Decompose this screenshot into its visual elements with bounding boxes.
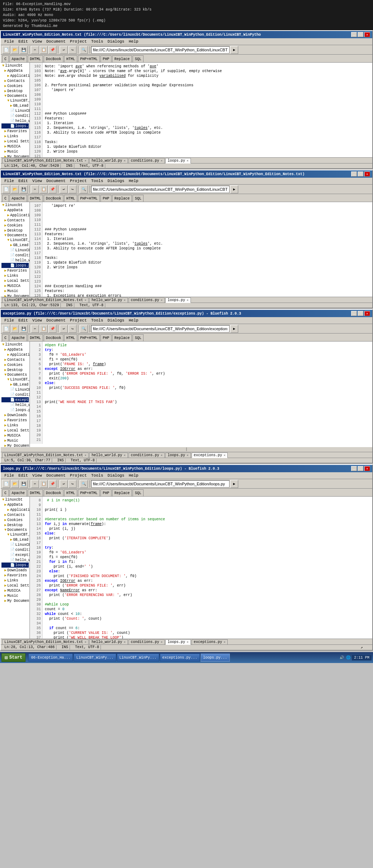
- tb-save-3[interactable]: 💾: [20, 325, 28, 333]
- tree-appdata-2[interactable]: ▶AppData: [1, 208, 29, 213]
- tab-c-4[interactable]: C: [2, 489, 9, 496]
- tb-cut-2[interactable]: ✂: [31, 185, 39, 193]
- tab-replace-3[interactable]: Replace: [112, 334, 132, 341]
- menu-tools-4[interactable]: Tools: [89, 473, 105, 478]
- maximize-btn-3[interactable]: □: [358, 311, 364, 316]
- tree-links-3[interactable]: ▶Links: [1, 423, 29, 428]
- tb-cut-4[interactable]: ✂: [31, 480, 39, 488]
- tab-docbook-3[interactable]: DocBook: [44, 334, 63, 341]
- menu-edit-2[interactable]: Edit: [16, 178, 30, 184]
- close-btn-3[interactable]: ✕: [364, 311, 370, 316]
- code-text-3[interactable]: #Open File try: f0 = 'GS_Leaders' f1 = o…: [43, 342, 167, 444]
- tb-find-4[interactable]: 🔍: [80, 480, 88, 488]
- tree-appdata-3[interactable]: ▶AppData: [1, 347, 29, 352]
- tree-mydocs-3[interactable]: ▶My Document...: [1, 443, 29, 447]
- tree-linuxcbt-3[interactable]: ▼linuxcbt: [1, 342, 29, 347]
- tb-go-3[interactable]: ▶: [230, 325, 238, 333]
- taskbar-item-2[interactable]: LinuxCBT_WinPy...: [74, 654, 116, 662]
- menu-view-4[interactable]: View: [30, 473, 44, 478]
- tree-linuxcbtv-4[interactable]: ▼LinuxCBT_V: [1, 532, 29, 537]
- tb-go-1[interactable]: ▶: [230, 46, 238, 54]
- tree-exceptio-3[interactable]: 📄exceptio: [1, 397, 29, 402]
- taskbar-item-4[interactable]: exceptions.py...: [160, 654, 200, 662]
- tree-favorites-4[interactable]: ▶Favorites: [1, 573, 29, 578]
- tree-contacts-1[interactable]: ▶Contacts: [1, 78, 29, 83]
- menu-view-3[interactable]: View: [30, 318, 44, 323]
- tab-dhtml-2[interactable]: DHTML: [28, 195, 43, 202]
- tb-redo-1[interactable]: ↪: [68, 46, 76, 54]
- tb-new-4[interactable]: 📄: [2, 480, 10, 488]
- tb-open-3[interactable]: 📂: [11, 325, 19, 333]
- filetab-notes-1[interactable]: LinuxCBT_WinPython_Edition_Notes.txt ✕: [2, 158, 89, 163]
- tree-documents-3[interactable]: ▼Documents: [1, 372, 29, 377]
- filetab-loops-2[interactable]: loops.py ✕: [165, 297, 191, 303]
- tree-mydocs-2[interactable]: ▶My Document...: [1, 293, 29, 297]
- tree-linuxcb-2[interactable]: 📄LinuxCB: [1, 248, 29, 253]
- tab-phphtml-3[interactable]: PHP+HTML: [78, 334, 100, 341]
- title-bar-4[interactable]: loops.py (file:///C:/Users/linuxcbt/Docu…: [1, 465, 372, 472]
- tree-downloads-4[interactable]: ▶Downloads: [1, 568, 29, 573]
- tree-conditio-3[interactable]: 📄condltio: [1, 392, 29, 397]
- menu-project-1[interactable]: Project: [68, 39, 89, 44]
- filetab-conditions-2[interactable]: conditions.py ✕: [129, 297, 165, 303]
- tab-sql-4[interactable]: SQL: [133, 489, 144, 496]
- taskbar-item-1[interactable]: 06-Exception_Ha...: [28, 654, 73, 662]
- minimize-btn-2[interactable]: _: [351, 171, 357, 177]
- tree-linuxcbtv-3[interactable]: ▼LinuxCBT_V: [1, 377, 29, 382]
- tree-linuxcbt-4[interactable]: ▼linuxcbt: [1, 497, 29, 502]
- tree-desktop-1[interactable]: ▶Desktop: [1, 88, 29, 94]
- code-text-4[interactable]: # i in range(1) print( i ) #Generates co…: [43, 497, 167, 639]
- tab-apache-4[interactable]: Apache: [9, 489, 27, 496]
- tree-desktop-3[interactable]: ▶Desktop: [1, 367, 29, 372]
- tab-phphtml-4[interactable]: PHP+HTML: [78, 489, 100, 496]
- tab-phphtml-1[interactable]: PHP+HTML: [78, 55, 100, 62]
- menu-help-2[interactable]: Help: [126, 178, 140, 184]
- filetab-conditions-1[interactable]: conditions.py ✕: [129, 158, 165, 163]
- tree-loops-4[interactable]: 📄loops.py: [1, 563, 29, 568]
- menu-document-2[interactable]: Document: [44, 178, 68, 184]
- address-bar-4[interactable]: [91, 480, 229, 488]
- minimize-btn-4[interactable]: _: [351, 466, 357, 471]
- tree-hellowc-1[interactable]: 📄hello_wc: [1, 118, 29, 123]
- menu-document-4[interactable]: Document: [44, 473, 68, 478]
- menu-tools-1[interactable]: Tools: [89, 39, 105, 44]
- maximize-btn-1[interactable]: □: [358, 32, 364, 37]
- tree-favorites-1[interactable]: ▶Favorites: [1, 129, 29, 134]
- code-area-3[interactable]: 123456789101112131415161718192021 #Open …: [30, 342, 372, 447]
- minimize-btn-1[interactable]: _: [351, 32, 357, 37]
- tree-favorites-3[interactable]: ▶Favorites: [1, 418, 29, 423]
- tree-links-1[interactable]: ▶Links: [1, 134, 29, 139]
- menu-dialogs-1[interactable]: Dialogs: [105, 39, 126, 44]
- filetab-hello-1[interactable]: hello_world.py ✕: [89, 158, 127, 163]
- menu-help-3[interactable]: Help: [126, 318, 140, 323]
- code-area-2[interactable]: 1071081091101111121131141151161171181191…: [30, 202, 372, 297]
- tree-linuxcb-1[interactable]: 📄LinuxCB: [1, 108, 29, 113]
- tab-html-3[interactable]: HTML: [64, 334, 77, 341]
- tree-links-2[interactable]: ▶Links: [1, 273, 29, 278]
- filetab-loops-1[interactable]: loops.py ✕: [165, 158, 191, 163]
- tab-dhtml-4[interactable]: DHTML: [28, 489, 43, 496]
- tb-redo-4[interactable]: ↪: [68, 480, 76, 488]
- tree-favorites-2[interactable]: ▶Favorites: [1, 268, 29, 273]
- tree-documents-1[interactable]: ▼Documents: [1, 94, 29, 98]
- menu-project-2[interactable]: Project: [68, 178, 89, 184]
- tb-copy-3[interactable]: 📋: [40, 325, 48, 333]
- filetab-exceptions-3[interactable]: exceptions.py ✕: [192, 453, 228, 458]
- tb-find-3[interactable]: 🔍: [80, 325, 88, 333]
- tree-downloads-3[interactable]: ▶Downloads: [1, 413, 29, 418]
- tree-cookies-2[interactable]: ▶Cookies: [1, 223, 29, 228]
- tb-open-1[interactable]: 📂: [11, 46, 19, 54]
- tree-cookies-3[interactable]: ▶Cookies: [1, 362, 29, 367]
- close-btn-4[interactable]: ✕: [364, 466, 370, 471]
- tree-localsettings-2[interactable]: ▶Local Settings: [1, 278, 29, 283]
- tree-musica-4[interactable]: ▶MUSICA: [1, 588, 29, 593]
- tab-php-3[interactable]: PHP: [101, 334, 111, 341]
- tree-hellowc-2[interactable]: 📄hello_wc: [1, 258, 29, 263]
- tree-localsettings-3[interactable]: ▶Local Settings: [1, 428, 29, 433]
- tree-documents-2[interactable]: ▼Documents: [1, 233, 29, 238]
- menu-dialogs-4[interactable]: Dialogs: [105, 473, 126, 478]
- tree-appdata-4[interactable]: ▶AppData: [1, 502, 29, 507]
- tree-contacts-2[interactable]: ▶Contacts: [1, 218, 29, 223]
- tb-cut-1[interactable]: ✂: [31, 46, 39, 54]
- tab-sql-2[interactable]: SQL: [133, 195, 144, 202]
